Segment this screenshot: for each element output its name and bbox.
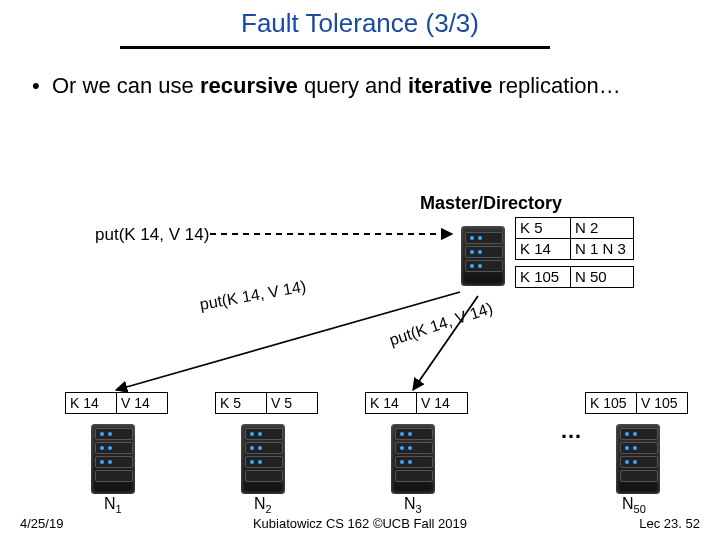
master-server-icon <box>455 220 511 292</box>
node-label-n3: N3 <box>404 495 422 515</box>
dir-key: K 5 <box>516 218 571 239</box>
dir-key: K 105 <box>516 267 571 288</box>
table-row: K 105 N 50 <box>516 267 634 288</box>
kv-pair-n50: K 105 V 105 <box>585 392 688 414</box>
footer-center: Kubiatowicz CS 162 ©UCB Fall 2019 <box>0 516 720 531</box>
node-server-icon <box>235 418 291 500</box>
table-row: K 5 N 2 <box>516 218 634 239</box>
slide: Fault Tolerance (3/3) •Or we can use rec… <box>0 0 720 540</box>
kv-val: V 14 <box>117 393 168 414</box>
table-row: K 14 N 1 N 3 <box>516 239 634 260</box>
bullet-post: replication… <box>492 73 620 98</box>
node-label-n1: N1 <box>104 495 122 515</box>
footer-page: Lec 23. 52 <box>639 516 700 531</box>
kv-pair-n2: K 5 V 5 <box>215 392 318 414</box>
dir-val: N 1 N 3 <box>571 239 634 260</box>
kv-val: V 14 <box>417 393 468 414</box>
dir-val: N 2 <box>571 218 634 239</box>
kv-pair-n1: K 14 V 14 <box>65 392 168 414</box>
bullet-kw1: recursive <box>200 73 298 98</box>
ellipsis: … <box>560 418 582 444</box>
kv-val: V 105 <box>637 393 688 414</box>
page-title: Fault Tolerance (3/3) <box>0 8 720 39</box>
bullet-text: •Or we can use recursive query and itera… <box>32 72 672 100</box>
message-to-n3: put(K 14, V 14) <box>387 299 495 349</box>
dir-val: N 50 <box>571 267 634 288</box>
kv-key: K 105 <box>586 393 637 414</box>
kv-key: K 14 <box>366 393 417 414</box>
node-server-icon <box>85 418 141 500</box>
title-underline <box>120 46 550 49</box>
message-to-n1: put(K 14, V 14) <box>198 277 307 313</box>
client-put-label: put(K 14, V 14) <box>95 225 209 245</box>
kv-val: V 5 <box>267 393 318 414</box>
node-server-icon <box>385 418 441 500</box>
node-server-icon <box>610 418 666 500</box>
kv-key: K 5 <box>216 393 267 414</box>
bullet-pre: Or we can use <box>52 73 200 98</box>
kv-key: K 14 <box>66 393 117 414</box>
bullet-mid: query and <box>298 73 408 98</box>
node-label-n50: N50 <box>622 495 646 515</box>
bullet-kw2: iterative <box>408 73 492 98</box>
dir-key: K 14 <box>516 239 571 260</box>
master-directory-label: Master/Directory <box>420 193 562 214</box>
directory-table: K 5 N 2 K 14 N 1 N 3 K 105 N 50 <box>515 217 634 288</box>
node-label-n2: N2 <box>254 495 272 515</box>
kv-pair-n3: K 14 V 14 <box>365 392 468 414</box>
